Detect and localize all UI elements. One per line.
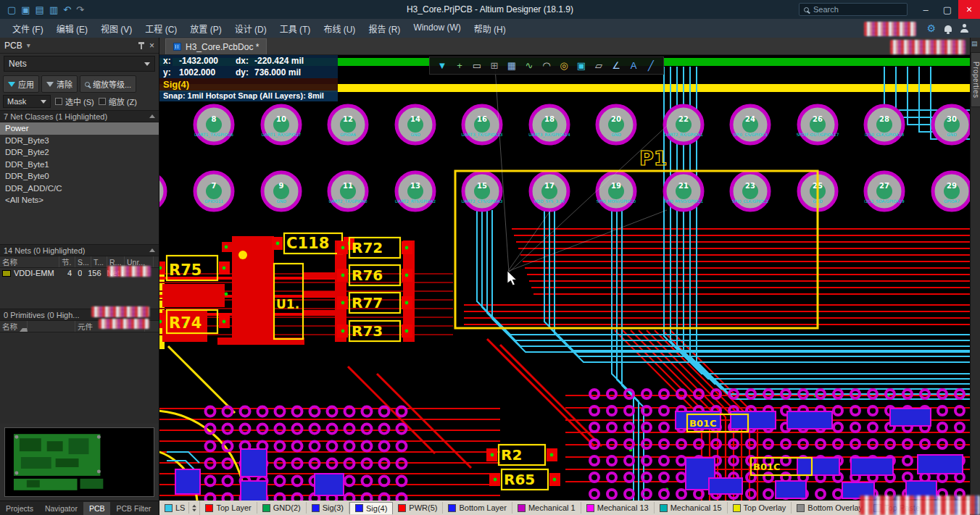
via-pin-27[interactable]: 27I2C1_SDA/GPIOA19 bbox=[864, 172, 905, 210]
via-pin-30[interactable]: 30GND bbox=[933, 106, 970, 143]
via-pin-17[interactable]: 17VDD_SYS_3.3V bbox=[531, 172, 568, 210]
nets-column-1[interactable]: 节. bbox=[59, 256, 75, 267]
nets-column-0[interactable]: 名称 bbox=[0, 256, 59, 267]
menu-item-6[interactable]: 工具 (T) bbox=[273, 20, 317, 38]
layer-scroll-arrows[interactable] bbox=[189, 501, 200, 515]
menu-item-8[interactable]: 报告 (R) bbox=[362, 20, 407, 38]
select-area-icon[interactable]: ▭ bbox=[470, 61, 484, 70]
via-pin-14[interactable]: 14GND bbox=[396, 106, 434, 143]
via-icon[interactable]: ◎ bbox=[557, 61, 571, 70]
panel-tab-projects[interactable]: Projects bbox=[0, 502, 39, 515]
grid-settings-icon[interactable]: ⊞ bbox=[487, 61, 502, 70]
clear-button[interactable]: 清除 bbox=[41, 75, 78, 93]
menu-item-2[interactable]: 视图 (V) bbox=[94, 20, 138, 38]
menu-item-9[interactable]: Window (W) bbox=[407, 20, 467, 38]
via-pin-21[interactable]: 21SPI0_MISO/GPIOC1 bbox=[664, 172, 704, 210]
polygon-icon[interactable]: ▱ bbox=[591, 61, 606, 70]
layer-tab-gnd-2-[interactable]: GND(2) bbox=[257, 502, 307, 514]
via-pin-29[interactable]: 29GPIOA7 bbox=[933, 172, 970, 210]
board-insight-icon[interactable]: ▦ bbox=[504, 61, 519, 70]
via-pin-18[interactable]: 18UART3_RX/GPIOA14 bbox=[528, 106, 570, 143]
layer-set-selector[interactable]: LS bbox=[161, 502, 189, 514]
panel-tab-navigator[interactable]: Navigator bbox=[39, 502, 83, 515]
open-icon[interactable]: ▤ bbox=[36, 5, 44, 14]
panel-menu-arrow-icon[interactable]: ▾ bbox=[27, 41, 30, 49]
via-pin-23[interactable]: 23SPI0_CLK/GPIOC2 bbox=[731, 172, 769, 210]
string-icon[interactable]: A bbox=[626, 61, 641, 70]
save-icon[interactable]: ▣ bbox=[21, 5, 30, 14]
line-icon[interactable]: ╱ bbox=[644, 61, 658, 70]
board-svg[interactable]: 8UART1_TX/GPIOG610UART1_RX/GPIOG712GPIOA… bbox=[159, 55, 970, 501]
zoom-level-button[interactable]: 缩放等级... bbox=[80, 75, 136, 93]
layer-tab-bottom-overlay[interactable]: Bottom Overlay bbox=[792, 502, 868, 514]
select-checkbox[interactable]: 选中 (S) bbox=[55, 96, 94, 107]
dimension-icon[interactable]: ∠ bbox=[609, 61, 623, 70]
nets-column-3[interactable]: T... bbox=[91, 256, 107, 267]
net-class-item[interactable]: DDR_Byte3 bbox=[0, 135, 159, 147]
pcb-canvas[interactable]: 8UART1_TX/GPIOG610UART1_RX/GPIOG712GPIOA… bbox=[159, 55, 970, 501]
primitives-column-0[interactable]: 名称 bbox=[0, 321, 75, 332]
panel-mode-dropdown[interactable]: Nets bbox=[4, 56, 155, 72]
via-pin-8[interactable]: 8UART1_TX/GPIOG6 bbox=[194, 106, 233, 143]
via-pin-24[interactable]: 24SPI0_CS/GPIOC3 bbox=[731, 106, 769, 143]
menu-item-7[interactable]: 布线 (U) bbox=[317, 20, 362, 38]
layer-tab-top-layer[interactable]: Top Layer bbox=[200, 502, 257, 514]
via-pin-15[interactable]: 15UART2_CTS/GPIOA3 bbox=[462, 172, 503, 210]
net-class-item[interactable]: Power bbox=[0, 122, 159, 135]
via-pin-11[interactable]: 11UART2_TX/GPIOA0 bbox=[328, 172, 368, 210]
layer-tab-mechanical-1[interactable]: Mechanical 1 bbox=[512, 502, 581, 514]
room-icon[interactable]: ▣ bbox=[574, 61, 589, 70]
scroll-down-icon[interactable] bbox=[193, 508, 197, 511]
net-class-item[interactable]: DDR_Byte0 bbox=[0, 170, 159, 183]
layer-tab-sig-3-[interactable]: Sig(3) bbox=[307, 502, 349, 514]
via-pin-7[interactable]: 7GPIOG11 bbox=[195, 172, 233, 210]
menu-item-3[interactable]: 工程 (C) bbox=[138, 20, 183, 38]
new-document-icon[interactable]: ▢ bbox=[7, 5, 16, 14]
via-pin-9[interactable]: 9GND bbox=[262, 172, 300, 210]
panels-icon[interactable]: ▤ bbox=[971, 40, 978, 47]
via-pin-19[interactable]: 19SPI0_MOSI/GPIOC0 bbox=[597, 172, 636, 210]
panel-tab-pcb[interactable]: PCB bbox=[83, 502, 111, 515]
via-pin-22[interactable]: 22UART2_RX/GPIOA1 bbox=[664, 106, 703, 143]
menu-item-10[interactable]: 帮助 (H) bbox=[468, 20, 512, 38]
cross-probe-icon[interactable]: + bbox=[452, 61, 467, 70]
net-class-item[interactable]: DDR_Byte1 bbox=[0, 159, 159, 171]
zoom-checkbox[interactable]: 缩放 (Z) bbox=[99, 96, 137, 107]
scroll-up-icon[interactable] bbox=[193, 504, 197, 507]
menu-item-0[interactable]: 文件 (F) bbox=[6, 20, 50, 38]
scroll-up-icon[interactable] bbox=[149, 114, 155, 118]
menu-item-4[interactable]: 放置 (P) bbox=[183, 20, 228, 38]
filter-icon[interactable]: ▼ bbox=[435, 61, 449, 70]
panel-tab-pcb-filter[interactable]: PCB Filter bbox=[110, 502, 157, 515]
apply-button[interactable]: 应用 bbox=[3, 75, 39, 93]
gear-icon[interactable]: ⚙ bbox=[926, 22, 936, 34]
via-pin-12[interactable]: 12GPIOA6 bbox=[329, 106, 367, 143]
nets-column-2[interactable]: S... bbox=[75, 256, 91, 267]
via-pin-16[interactable]: 16UART3_TX/GPIOA13 bbox=[462, 106, 503, 143]
close-panel-icon[interactable]: × bbox=[149, 41, 154, 51]
interactive-route-icon[interactable]: ∿ bbox=[522, 61, 536, 70]
layer-tab-sig-4-[interactable]: Sig(4) bbox=[349, 502, 393, 514]
scroll-up-icon[interactable] bbox=[149, 248, 155, 252]
layer-tab-top-overlay[interactable]: Top Overlay bbox=[728, 502, 792, 514]
layer-tab-mechanical-13[interactable]: Mechanical 13 bbox=[581, 502, 655, 514]
net-class-item[interactable]: DDR_Byte2 bbox=[0, 146, 159, 159]
via-pin-28[interactable]: 28I2S0_CLK/GPIOA18 bbox=[865, 106, 905, 143]
close-button[interactable]: × bbox=[958, 0, 980, 19]
via-pin-26[interactable]: 26SPDIF-OUT/GPIOA17 bbox=[797, 106, 839, 143]
undo-icon[interactable]: ↶ bbox=[63, 5, 71, 14]
menu-item-1[interactable]: 编辑 (E) bbox=[50, 20, 94, 38]
user-icon[interactable] bbox=[960, 24, 968, 33]
document-tab[interactable]: H3_Core.PcbDoc * bbox=[165, 38, 267, 54]
via-pin-13[interactable]: 13UART2_RTS/GPIOA2 bbox=[395, 172, 436, 210]
via-pin-10[interactable]: 10UART1_RX/GPIOG7 bbox=[262, 106, 302, 143]
net-class-item[interactable]: <All Nets> bbox=[0, 194, 159, 206]
properties-tab[interactable]: Properties bbox=[971, 52, 980, 107]
layer-tab-bottom-layer[interactable]: Bottom Layer bbox=[443, 502, 512, 514]
layer-tab-mechanical-15[interactable]: Mechanical 15 bbox=[655, 502, 728, 514]
pin-panel-icon[interactable] bbox=[138, 42, 145, 49]
net-class-item[interactable]: DDR_ADD/C/C bbox=[0, 183, 159, 195]
print-icon[interactable]: ▥ bbox=[49, 5, 58, 14]
arc-icon[interactable]: ◠ bbox=[539, 61, 554, 70]
search-input[interactable]: Search bbox=[799, 3, 908, 16]
